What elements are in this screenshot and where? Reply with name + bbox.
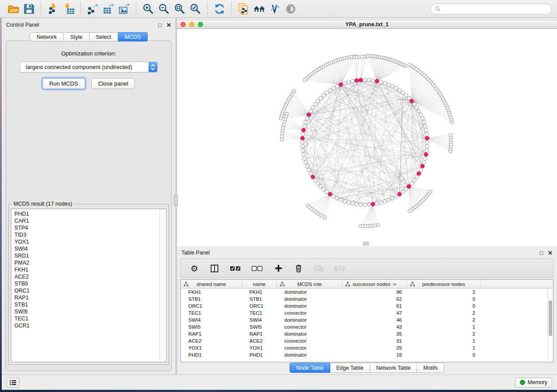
satellite-node[interactable] [279,117,283,120]
result-node-item[interactable]: ORC1 [11,287,159,294]
ring-node[interactable] [383,199,387,203]
ring-node[interactable] [304,120,307,124]
ring-node[interactable] [304,161,307,164]
result-node-item[interactable]: TEC1 [11,315,159,322]
ring-node[interactable] [332,86,335,90]
ring-node[interactable] [301,141,304,144]
horizontal-splitter-handle[interactable] [363,242,369,245]
table-row[interactable]: RAP1RAP1dominator352 [181,330,547,337]
ring-node[interactable] [325,190,329,193]
tab-select[interactable]: Select [90,32,118,41]
satellite-node[interactable] [353,56,356,59]
ring-node[interactable] [419,168,422,172]
satellite-node[interactable] [429,190,432,193]
ring-node[interactable] [316,182,319,185]
delete-column-button[interactable] [294,263,303,274]
ring-node[interactable] [313,103,317,106]
ring-node[interactable] [319,96,322,100]
ring-node[interactable] [311,106,315,109]
mcds-hub-node[interactable] [328,193,332,196]
ring-node[interactable] [343,81,346,85]
close-panel-button[interactable]: Close panel [91,78,135,89]
task-history-button[interactable] [7,378,19,388]
column-header-name[interactable]: name [242,280,277,288]
ring-node[interactable] [367,78,370,82]
column-header-shared-name[interactable]: shared name [181,280,242,288]
ring-node[interactable] [379,201,383,204]
show-graphics-details-button[interactable] [283,2,298,16]
result-node-item[interactable]: CAR1 [11,217,159,224]
ring-node[interactable] [401,190,405,193]
mcds-hub-node[interactable] [407,185,411,189]
ring-node[interactable] [423,124,427,128]
ring-node[interactable] [426,141,429,144]
search-box[interactable] [430,3,552,14]
mcds-hub-node[interactable] [421,164,425,168]
ring-node[interactable] [309,172,312,175]
tab-mcds[interactable]: MCDS [118,32,148,41]
ring-node[interactable] [301,132,304,136]
result-node-item[interactable]: GCR1 [11,322,159,329]
save-session-button[interactable] [21,2,37,16]
ring-node[interactable] [423,157,427,160]
ring-node[interactable] [412,103,416,106]
table-mode-button[interactable] [210,263,219,274]
result-node-item[interactable]: YOX1 [11,238,159,245]
ring-node[interactable] [412,179,416,182]
result-node-item[interactable]: PMA2 [11,259,159,266]
create-column-button[interactable] [273,263,283,274]
result-node-item[interactable]: SRD1 [11,252,159,259]
ring-node[interactable] [363,203,367,206]
close-traffic-light[interactable] [180,22,186,27]
network-canvas[interactable] [177,29,557,246]
table-scrollbar[interactable] [547,289,553,362]
ring-node[interactable] [319,185,322,188]
ring-node[interactable] [309,109,312,113]
satellite-node[interactable] [408,63,412,67]
ring-node[interactable] [415,106,419,109]
ring-node[interactable] [383,81,387,85]
ring-node[interactable] [394,86,398,90]
mcds-hub-node[interactable] [307,113,311,117]
ring-node[interactable] [339,198,343,202]
export-table-button[interactable] [100,2,116,16]
column-settings-button[interactable]: ⚙ [190,263,199,274]
satellite-node[interactable] [323,216,327,219]
tab-style[interactable]: Style [64,32,90,41]
table-row[interactable]: TEC1TEC1connector472 [181,309,547,316]
ring-node[interactable] [322,187,325,191]
tab-motifs[interactable]: Motifs [417,363,444,373]
satellite-node[interactable] [449,133,452,137]
float-table-panel-icon[interactable]: □ [540,250,543,256]
mcds-hub-node[interactable] [359,78,363,82]
zoom-in-button[interactable] [140,2,156,16]
search-input[interactable] [443,6,547,12]
table-row[interactable]: ORC1ORC1dominator610 [181,303,547,309]
result-node-item[interactable]: RAP1 [11,294,159,301]
export-network-button[interactable] [85,2,100,16]
ring-node[interactable] [336,196,339,200]
satellite-node[interactable] [360,55,363,58]
ring-node[interactable] [387,83,391,86]
ring-node[interactable] [302,153,305,156]
mcds-hub-node[interactable] [301,128,305,132]
table-row[interactable]: YOX1YOX1connector291 [181,344,547,351]
ring-node[interactable] [425,148,429,152]
open-file-button[interactable] [5,2,21,16]
optimization-criterion-dropdown[interactable]: largest connected component (undirected) [20,62,158,72]
tab-edge-table[interactable]: Edge Table [330,363,370,373]
import-network-button[interactable] [45,2,61,16]
ring-node[interactable] [404,93,408,97]
ring-node[interactable] [305,165,309,168]
ring-node[interactable] [422,161,426,164]
ring-node[interactable] [363,78,367,82]
ring-node[interactable] [307,168,311,172]
mcds-hub-node[interactable] [424,152,428,156]
ring-node[interactable] [359,203,362,206]
result-node-item[interactable]: SWI5 [11,308,159,315]
ring-node[interactable] [415,175,419,179]
tab-node-table[interactable]: Node Table [290,363,330,373]
ring-node[interactable] [355,203,358,206]
ring-node[interactable] [422,120,426,124]
mcds-hub-node[interactable] [355,79,359,83]
